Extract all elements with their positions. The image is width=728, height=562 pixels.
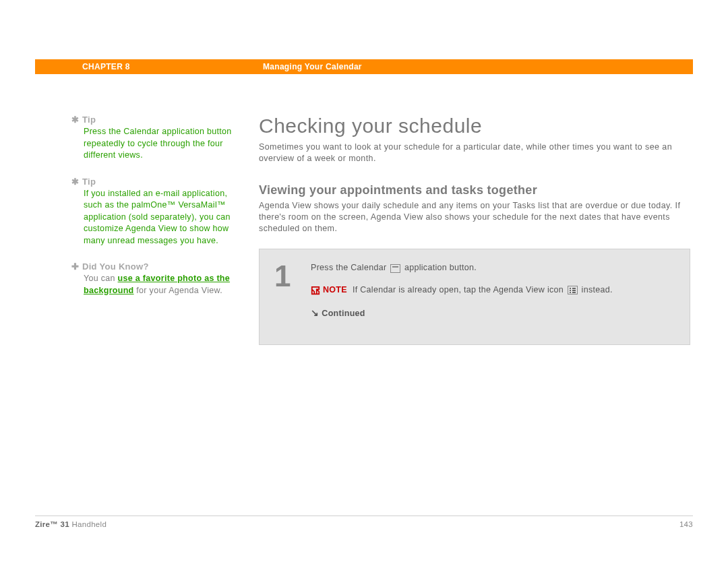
tip-block: ✱ Tip Press the Calendar application but… [84,115,232,162]
dyk-pre: You can [84,274,118,283]
tip-block: ✱ Tip If you installed an e-mail applica… [84,177,232,247]
tip-label: Tip [82,115,96,125]
continued-label: ↘Continued [311,306,675,320]
product-name: Zire™ 31 Handheld [35,520,107,528]
dyk-label: Did You Know? [82,261,149,272]
intro-paragraph: Sometimes you want to look at your sched… [259,142,690,164]
dyk-body: You can use a favorite photo as the back… [84,273,232,296]
header-bar: CHAPTER 8 Managing Your Calendar [35,59,693,74]
section-title: Managing Your Calendar [210,62,362,71]
agenda-view-icon [568,286,578,294]
calendar-icon [390,264,400,273]
did-you-know-block: ✚ Did You Know? You can use a favorite p… [84,261,232,296]
step-note: NOTEIf Calendar is already open, tap the… [311,284,675,296]
tip-label: Tip [82,177,96,187]
step-body: Press the Calendar application button. N… [311,261,675,330]
sidebar: ✱ Tip Press the Calendar application but… [84,115,232,345]
note-label: NOTE [323,285,347,294]
asterisk-icon: ✱ [71,177,82,187]
tip-body: Press the Calendar application button re… [84,126,232,162]
step-line: Press the Calendar application button. [311,261,675,274]
page-title: Checking your schedule [259,115,690,137]
section-paragraph: Agenda View shows your daily schedule an… [259,200,690,235]
footer: Zire™ 31 Handheld 143 [35,516,693,528]
dyk-post: for your Agenda View. [134,286,222,295]
tip-body: If you installed an e-mail application, … [84,188,232,247]
plus-icon: ✚ [71,261,82,272]
step-number: 1 [274,261,311,330]
page-number: 143 [679,520,693,528]
continued-arrow-icon: ↘ [311,306,319,320]
note-icon [311,286,320,295]
main-content: Checking your schedule Sometimes you wan… [259,115,690,345]
step-box: 1 Press the Calendar application button.… [259,249,690,345]
chapter-label: CHAPTER 8 [35,62,210,71]
subheading: Viewing your appointments and tasks toge… [259,183,690,197]
asterisk-icon: ✱ [71,115,82,125]
